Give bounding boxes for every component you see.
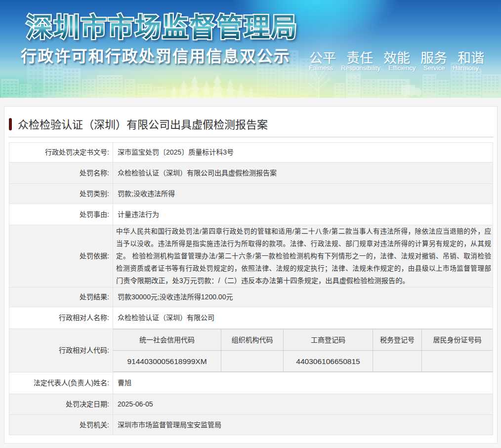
svg-text:深圳市市场监督管理局: 深圳市市场监督管理局 [26, 13, 298, 42]
